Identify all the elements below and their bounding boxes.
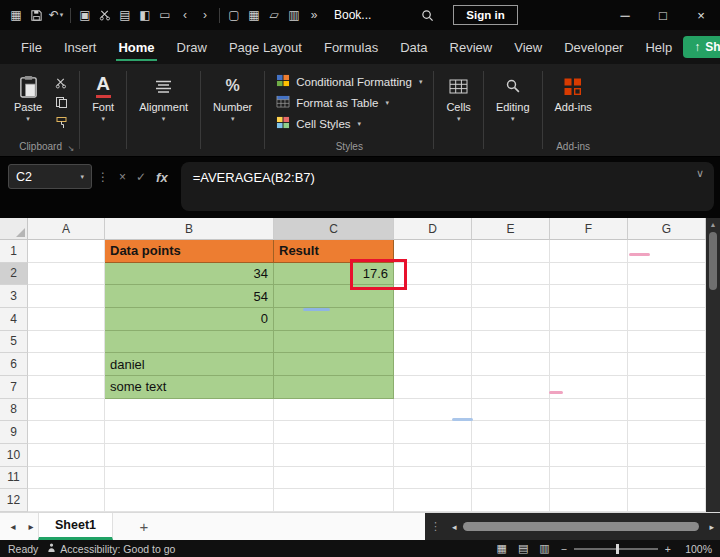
insert-table-icon[interactable]: ▦ — [244, 4, 264, 26]
paste-button[interactable]: Paste ▾ — [6, 69, 50, 125]
cell-E3[interactable] — [472, 285, 550, 308]
cell-C9[interactable] — [274, 421, 394, 444]
cell-G1[interactable] — [628, 240, 706, 263]
number-button[interactable]: % Number ▾ — [205, 69, 260, 125]
formula-input[interactable]: =AVERAGEA(B2:B7) ∨ — [181, 162, 714, 211]
row-header-9[interactable]: 9 — [0, 421, 28, 444]
cell-A10[interactable] — [28, 444, 105, 467]
cell-D5[interactable] — [394, 331, 472, 354]
maximize-button[interactable]: □ — [644, 0, 682, 30]
column-header-C[interactable]: C — [274, 218, 394, 240]
page-break-view-icon[interactable]: ▥ — [539, 543, 549, 554]
cell-B11[interactable] — [105, 467, 274, 490]
page-layout-view-icon[interactable]: ▤ — [518, 543, 528, 554]
cell-A5[interactable] — [28, 331, 105, 354]
cell-F11[interactable] — [550, 467, 628, 490]
cell-B6[interactable]: daniel — [105, 353, 274, 376]
cell-E5[interactable] — [472, 331, 550, 354]
cell-E12[interactable] — [472, 489, 550, 512]
cell-A11[interactable] — [28, 467, 105, 490]
row-header-3[interactable]: 3 — [0, 285, 28, 308]
row-header-5[interactable]: 5 — [0, 331, 28, 354]
close-button[interactable]: × — [682, 0, 720, 30]
cell-A2[interactable] — [28, 263, 105, 286]
column-header-E[interactable]: E — [472, 218, 550, 240]
sheet-tab-sheet1[interactable]: Sheet1 — [38, 513, 113, 540]
formula-bar-expand-icon[interactable]: ∨ — [696, 167, 704, 180]
cell-C5[interactable] — [274, 331, 394, 354]
cell-E2[interactable] — [472, 263, 550, 286]
accessibility-status[interactable]: Accessibility: Good to go — [47, 543, 175, 555]
normal-view-icon[interactable]: ▦ — [497, 543, 507, 554]
fill-color-icon[interactable]: ◧ — [135, 4, 155, 26]
save-icon[interactable] — [26, 4, 46, 26]
row-header-12[interactable]: 12 — [0, 489, 28, 512]
cell-G12[interactable] — [628, 489, 706, 512]
menu-tab-view[interactable]: View — [503, 31, 553, 64]
cell-G10[interactable] — [628, 444, 706, 467]
cell-E11[interactable] — [472, 467, 550, 490]
cell-C6[interactable] — [274, 353, 394, 376]
search-icon[interactable] — [417, 4, 437, 26]
menu-tab-home[interactable]: Home — [107, 31, 165, 64]
clipboard-dialog-launcher-icon[interactable]: ↘ — [67, 144, 74, 153]
addins-button[interactable]: Add-ins — [547, 69, 600, 115]
alignment-button[interactable]: Alignment ▾ — [131, 69, 196, 125]
forward-icon[interactable]: › — [195, 4, 215, 26]
cell-F4[interactable] — [550, 308, 628, 331]
cell-C7[interactable] — [274, 376, 394, 399]
cell-F5[interactable] — [550, 331, 628, 354]
cell-G5[interactable] — [628, 331, 706, 354]
cut-quick-icon[interactable] — [95, 4, 115, 26]
horizontal-scrollbar-thumb[interactable] — [463, 522, 700, 531]
cell-F1[interactable] — [550, 240, 628, 263]
paste-quick-icon[interactable]: ▣ — [75, 4, 95, 26]
editing-button[interactable]: Editing ▾ — [488, 69, 538, 125]
column-header-B[interactable]: B — [105, 218, 274, 240]
cell-styles-button[interactable]: Cell Styles ▾ — [269, 113, 429, 134]
cell-E8[interactable] — [472, 399, 550, 422]
cell-D9[interactable] — [394, 421, 472, 444]
row-header-1[interactable]: 1 — [0, 240, 28, 263]
row-header-10[interactable]: 10 — [0, 444, 28, 467]
back-icon[interactable]: ‹ — [175, 4, 195, 26]
cell-B8[interactable] — [105, 399, 274, 422]
cell-B5[interactable] — [105, 331, 274, 354]
menu-tab-review[interactable]: Review — [439, 31, 504, 64]
cell-C12[interactable] — [274, 489, 394, 512]
column-header-G[interactable]: G — [628, 218, 706, 240]
zoom-slider-thumb[interactable] — [616, 544, 619, 554]
row-header-11[interactable]: 11 — [0, 467, 28, 490]
cell-F7[interactable] — [550, 376, 628, 399]
copy-button[interactable] — [52, 96, 70, 109]
row-header-6[interactable]: 6 — [0, 353, 28, 376]
column-header-F[interactable]: F — [550, 218, 628, 240]
menu-tab-draw[interactable]: Draw — [166, 31, 218, 64]
cell-A7[interactable] — [28, 376, 105, 399]
font-button[interactable]: A Font ▾ — [84, 69, 122, 125]
zoom-slider[interactable] — [574, 548, 658, 550]
cell-A9[interactable] — [28, 421, 105, 444]
cell-F2[interactable] — [550, 263, 628, 286]
cell-B3[interactable]: 54 — [105, 285, 274, 308]
horizontal-scrollbar[interactable]: ⋮ ◂ ▸ — [425, 513, 720, 540]
cell-D12[interactable] — [394, 489, 472, 512]
scroll-up-icon[interactable]: ▲ — [710, 221, 717, 228]
cell-C10[interactable] — [274, 444, 394, 467]
cell-G6[interactable] — [628, 353, 706, 376]
name-box-splitter-icon[interactable]: ⋮ — [97, 170, 109, 184]
calculator-icon[interactable]: ▤ — [115, 4, 135, 26]
cell-G9[interactable] — [628, 421, 706, 444]
cell-A3[interactable] — [28, 285, 105, 308]
column-header-A[interactable]: A — [28, 218, 105, 240]
sheet-nav-next-icon[interactable]: ▸ — [20, 513, 42, 540]
cell-F3[interactable] — [550, 285, 628, 308]
cell-F9[interactable] — [550, 421, 628, 444]
cell-E9[interactable] — [472, 421, 550, 444]
cell-A12[interactable] — [28, 489, 105, 512]
vertical-scrollbar-thumb[interactable] — [709, 232, 717, 290]
cell-B7[interactable]: some text — [105, 376, 274, 399]
new-sheet-button[interactable]: + — [129, 513, 159, 540]
cell-F6[interactable] — [550, 353, 628, 376]
cell-D4[interactable] — [394, 308, 472, 331]
